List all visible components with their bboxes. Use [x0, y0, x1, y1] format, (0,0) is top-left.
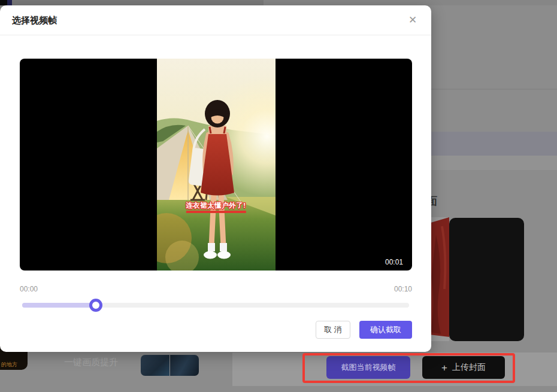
modal-footer: 取 消 确认截取: [316, 321, 412, 339]
modal-header: 选择视频帧 ✕: [0, 5, 431, 35]
timeline-slider[interactable]: [22, 299, 409, 312]
select-video-frame-modal: 选择视频帧 ✕: [0, 5, 431, 352]
confirm-capture-button[interactable]: 确认截取: [359, 321, 412, 339]
video-frame: 连衣裙太懂户外了!: [157, 59, 276, 271]
background-selected-row: [419, 132, 557, 156]
topbar-accent-segment: [7, 0, 12, 5]
video-caption: 连衣裙太懂户外了!: [186, 201, 246, 213]
timeline-start-label: 00:00: [20, 285, 38, 293]
upload-cover-label: 上传封面: [452, 362, 486, 373]
timeline-end-label: 00:10: [394, 285, 412, 293]
cancel-button[interactable]: 取 消: [316, 321, 350, 339]
video-scene: [157, 59, 276, 271]
background-thumbnail-blue-2: [170, 355, 199, 376]
plus-icon: +: [441, 363, 447, 373]
upload-cover-button[interactable]: + 上传封面: [422, 356, 505, 379]
slider-fill: [22, 303, 96, 308]
background-row: [419, 156, 557, 170]
background-topbar: [0, 0, 557, 5]
video-timecode: 00:01: [385, 258, 403, 266]
capture-current-frame-label: 截图当前视频帧: [341, 362, 396, 373]
screen: 面 的地方 一键画质提升 截图当前视频帧 + 上传封面 选择视频帧 ✕: [0, 0, 557, 392]
cover-thumbnail-black[interactable]: [449, 218, 524, 341]
video-player[interactable]: 连衣裙太懂户外了! 00:01: [20, 59, 412, 271]
close-icon[interactable]: ✕: [406, 14, 419, 27]
modal-title: 选择视频帧: [12, 5, 57, 35]
topbar-dark-segment: [0, 0, 7, 5]
slider-handle[interactable]: [89, 299, 102, 312]
timeline-labels: 00:00 00:10: [20, 285, 412, 293]
topbar-light-segment: [264, 0, 557, 5]
enhance-quality-label: 一键画质提升: [64, 357, 118, 368]
background-thumbnail-blue-1: [141, 355, 169, 376]
left-thumbnail-caption: 的地方: [1, 361, 17, 369]
capture-current-frame-button[interactable]: 截图当前视频帧: [326, 356, 410, 379]
background-divider: [419, 89, 557, 90]
